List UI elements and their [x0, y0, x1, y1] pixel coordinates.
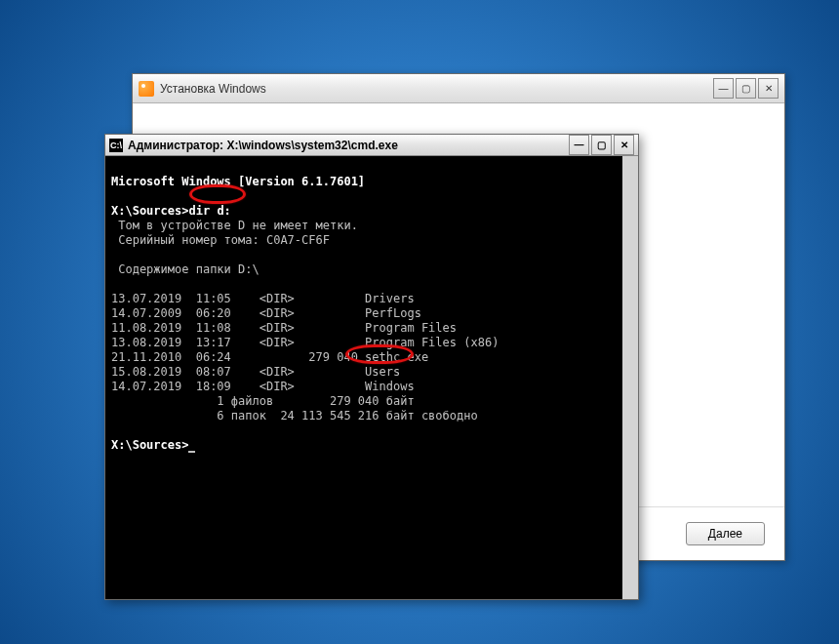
installer-window-controls: — ▢ ✕: [713, 78, 779, 99]
cmd-title: Администратор: X:\windows\system32\cmd.e…: [128, 139, 398, 152]
cmd-header: Microsoft Windows [Version 6.1.7601]: [111, 175, 365, 188]
installer-icon: [139, 81, 154, 97]
cmd-prompt: X:\Sources>: [111, 204, 188, 218]
cmd-vol: Том в устройстве D не имеет метки.: [111, 219, 358, 232]
dir-entry: 14.07.2019 18:09 <DIR> Windows: [111, 380, 415, 393]
cmd-titlebar[interactable]: C:\ Администратор: X:\windows\system32\c…: [105, 135, 638, 156]
cmd-serial: Серийный номер тома: C0A7-CF6F: [111, 233, 330, 247]
minimize-button[interactable]: —: [713, 78, 734, 99]
dir-entry: 13.08.2019 13:17 <DIR> Program Files (x8…: [111, 336, 499, 349]
cmd-terminal-output[interactable]: Microsoft Windows [Version 6.1.7601] X:\…: [105, 156, 638, 599]
dir-entry: 11.08.2019 11:08 <DIR> Program Files: [111, 321, 457, 335]
cmd-contents: Содержимое папки D:\: [111, 262, 260, 276]
cmd-window: C:\ Администратор: X:\windows\system32\c…: [104, 134, 639, 600]
dir-entry: 21.11.2010 06:24 279 040 sethc.exe: [111, 350, 428, 364]
dir-entry: 13.07.2019 11:05 <DIR> Drivers: [111, 292, 415, 305]
installer-titlebar[interactable]: Установка Windows — ▢ ✕: [133, 74, 784, 103]
maximize-button[interactable]: ▢: [736, 78, 756, 99]
dir-summary: 6 папок 24 113 545 216 байт свободно: [111, 409, 478, 423]
cmd-icon: C:\: [109, 139, 123, 152]
cmd-window-controls: — ▢ ✕: [569, 135, 634, 155]
installer-title: Установка Windows: [160, 82, 266, 96]
cursor: [188, 451, 195, 453]
minimize-button[interactable]: —: [569, 135, 589, 155]
close-button[interactable]: ✕: [614, 135, 634, 155]
cmd-prompt: X:\Sources>: [111, 438, 188, 452]
next-button[interactable]: Далее: [686, 522, 765, 545]
dir-entry: 15.08.2019 08:07 <DIR> Users: [111, 365, 400, 379]
dir-entry: 14.07.2009 06:20 <DIR> PerfLogs: [111, 306, 421, 320]
close-button[interactable]: ✕: [758, 78, 779, 99]
dir-summary: 1 файлов 279 040 байт: [111, 394, 415, 408]
maximize-button[interactable]: ▢: [591, 135, 612, 155]
cmd-command-entered: dir d:: [188, 204, 230, 218]
